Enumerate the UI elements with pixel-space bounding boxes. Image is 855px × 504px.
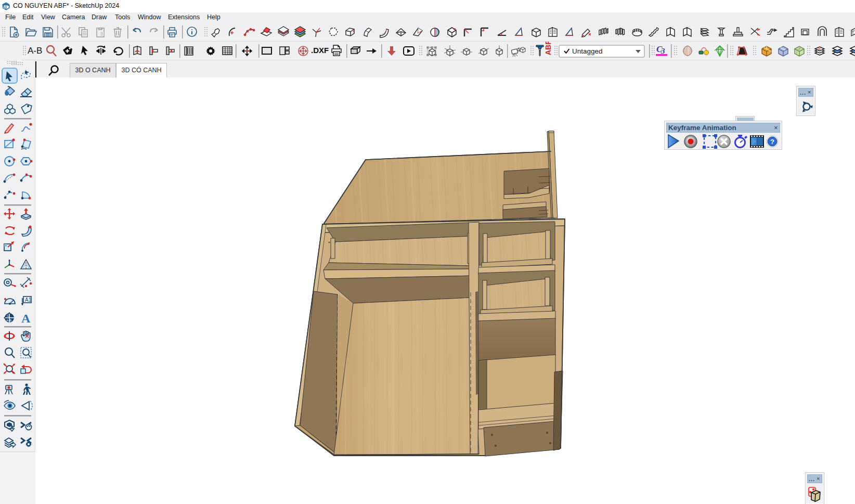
svg-text:?: ?: [770, 138, 774, 146]
